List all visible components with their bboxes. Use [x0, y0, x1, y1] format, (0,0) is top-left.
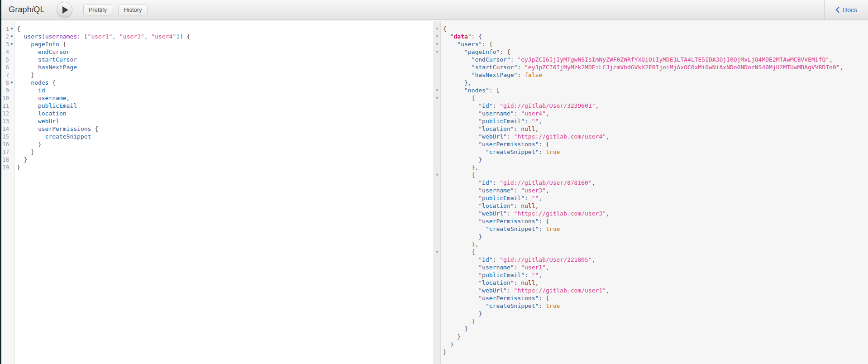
- line-number: 3: [1, 41, 10, 48]
- code-line: location: [17, 110, 432, 117]
- gutter-row: 16: [1, 140, 14, 148]
- code-line: "webUrl": "https://gitlab.com/user4",: [443, 133, 866, 140]
- fold-arrow-icon[interactable]: ▾: [434, 94, 440, 102]
- code-line: {: [443, 25, 866, 33]
- gutter-row: [434, 187, 440, 194]
- gutter-row: 7: [1, 71, 14, 79]
- gutter-row: ▾: [434, 86, 440, 94]
- fold-arrow-icon[interactable]: ▾: [10, 40, 14, 48]
- code-line: id: [17, 86, 432, 94]
- code-line: "createSnippet": true: [443, 302, 866, 310]
- gutter-row: [434, 63, 440, 71]
- history-button[interactable]: History: [118, 5, 147, 15]
- code-line: }: [443, 333, 866, 340]
- code-line: }: [443, 317, 866, 325]
- toolbar: GraphiQL Prettify History Docs: [1, 0, 868, 20]
- gutter-row: [434, 194, 440, 202]
- graphiql-logo: GraphiQL: [9, 5, 45, 14]
- code-line: },: [443, 240, 866, 248]
- gutter-row: 19: [1, 163, 14, 171]
- gutter-row: ▾: [434, 25, 440, 33]
- docs-button[interactable]: Docs: [824, 0, 868, 19]
- fold-arrow-icon[interactable]: ▾: [434, 171, 440, 179]
- line-number: 4: [1, 49, 10, 55]
- code-line: "createSnippet": true: [443, 148, 866, 156]
- gutter-row: [434, 56, 440, 63]
- code-line: nodes {: [17, 79, 432, 86]
- gutter-row: [434, 102, 440, 110]
- code-line: publicEmail: [17, 102, 432, 110]
- code-line: }: [443, 310, 866, 317]
- gutter-row: [434, 256, 440, 263]
- line-number: 2: [1, 34, 10, 40]
- fold-arrow-icon[interactable]: ▾: [434, 40, 440, 48]
- line-number: 5: [1, 57, 10, 63]
- gutter-row: [434, 156, 440, 163]
- gutter-row: [434, 79, 440, 86]
- code-line: "startCursor": "eyJpZCI6IjMyMzk2MDEiLCJj…: [443, 63, 866, 71]
- gutter-row: 1▾: [1, 25, 14, 33]
- gutter-row: [434, 325, 440, 333]
- code-line: }: [17, 140, 432, 148]
- code-line: startCursor: [17, 56, 432, 63]
- code-line: "id": "gid://gitlab/User/221805",: [443, 256, 866, 263]
- line-number: 11: [1, 103, 10, 109]
- code-line: }: [443, 156, 866, 163]
- gutter-row: 15: [1, 133, 14, 140]
- code-line: {: [443, 94, 866, 102]
- code-line: }: [17, 163, 432, 171]
- code-line: "username": "user3",: [443, 187, 866, 194]
- line-number: 18: [1, 157, 10, 163]
- code-line: "pageInfo": {: [443, 48, 866, 56]
- line-number: 9: [1, 87, 10, 94]
- gutter-row: 8▾: [1, 79, 14, 86]
- code-line: {: [17, 25, 432, 33]
- fold-arrow-icon[interactable]: ▾: [434, 48, 440, 56]
- code-line: {: [443, 248, 866, 256]
- gutter-row: ▾: [434, 171, 440, 179]
- fold-arrow-icon[interactable]: ▾: [10, 33, 14, 40]
- result-fold-gutter: ▾▾▾▾▾▾▾▾: [434, 21, 441, 364]
- gutter-row: 17: [1, 148, 14, 156]
- gutter-row: 13: [1, 117, 14, 125]
- code-line: "username": "user4",: [443, 110, 866, 117]
- gutter-row: 5: [1, 56, 14, 63]
- code-line: "publicEmail": "",: [443, 194, 866, 202]
- code-line: },: [443, 163, 866, 171]
- gutter-row: 12: [1, 110, 14, 117]
- line-number: 10: [1, 95, 10, 101]
- fold-arrow-icon[interactable]: ▾: [434, 86, 440, 94]
- query-line-gutter: 1▾2▾3▾45678▾910111213141516171819: [1, 21, 14, 364]
- fold-arrow-icon[interactable]: ▾: [10, 79, 14, 86]
- code-line: },: [443, 79, 866, 86]
- code-line: users(usernames: ["user1", "user3", "use…: [17, 33, 432, 40]
- gutter-row: [434, 148, 440, 156]
- code-line: }: [17, 71, 432, 79]
- gutter-row: [434, 179, 440, 187]
- query-editor-input[interactable]: { users(usernames: ["user1", "user3", "u…: [14, 21, 434, 364]
- line-number: 15: [1, 134, 10, 140]
- fold-arrow-icon[interactable]: ▾: [434, 248, 440, 256]
- gutter-row: [434, 271, 440, 279]
- fold-arrow-icon[interactable]: ▾: [434, 25, 440, 33]
- fold-arrow-icon[interactable]: ▾: [434, 33, 440, 40]
- code-line: "nodes": [: [443, 86, 866, 94]
- docs-label: Docs: [843, 6, 857, 14]
- gutter-row: 3▾: [1, 40, 14, 48]
- query-editor-pane: 1▾2▾3▾45678▾910111213141516171819 { user…: [1, 21, 434, 364]
- result-viewer: { "data": { "users": { "pageInfo": { "en…: [441, 21, 868, 364]
- code-line: }: [17, 148, 432, 156]
- code-line: "location": null,: [443, 279, 866, 287]
- line-number: 16: [1, 141, 10, 148]
- gutter-row: [434, 163, 440, 171]
- gutter-row: 4: [1, 48, 14, 56]
- line-number: 17: [1, 149, 10, 155]
- fold-arrow-icon[interactable]: ▾: [10, 25, 14, 33]
- result-pane: ▾▾▾▾▾▾▾▾ { "data": { "users": { "pageInf…: [434, 21, 868, 364]
- prettify-button[interactable]: Prettify: [83, 5, 112, 15]
- gutter-row: [434, 133, 440, 140]
- gutter-row: [434, 340, 440, 348]
- code-line: webUrl: [17, 117, 432, 125]
- execute-query-button[interactable]: [57, 2, 72, 18]
- gutter-row: 6: [1, 63, 14, 71]
